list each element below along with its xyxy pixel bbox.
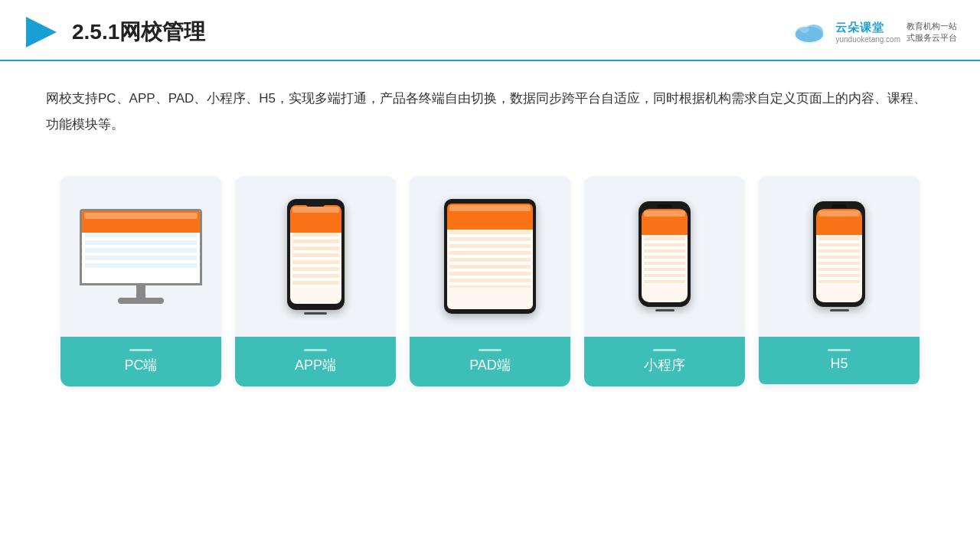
card-h5-label: H5 <box>759 337 920 384</box>
header-left: 2.5.1网校管理 <box>23 14 205 51</box>
logo-text-group: 云朵课堂 yunduoketang.com <box>835 21 900 44</box>
pc-monitor-icon <box>80 209 202 304</box>
card-app: APP端 <box>235 176 396 386</box>
logo-url: yunduoketang.com <box>835 35 900 44</box>
header: 2.5.1网校管理 云朵课堂 yunduoketang.com 教育机构一站式服… <box>0 0 980 61</box>
h5-phone-icon <box>813 201 865 311</box>
description-paragraph: 网校支持PC、APP、PAD、小程序、H5，实现多端打通，产品各终端自由切换，数… <box>46 86 934 138</box>
card-miniprogram-image <box>584 176 745 337</box>
logo-tagline: 教育机构一站式服务云平台 <box>906 21 957 44</box>
play-icon <box>23 14 60 51</box>
card-h5: H5 <box>759 176 920 386</box>
miniprogram-phone-icon <box>639 201 691 311</box>
card-pc-image <box>60 176 221 337</box>
logo-area: 云朵课堂 yunduoketang.com 教育机构一站式服务云平台 <box>789 18 957 47</box>
card-app-label: APP端 <box>235 337 396 386</box>
pad-tablet-icon <box>444 199 536 314</box>
description-text: 网校支持PC、APP、PAD、小程序、H5，实现多端打通，产品各终端自由切换，数… <box>0 61 980 153</box>
card-pad-label: PAD端 <box>410 337 570 386</box>
card-miniprogram: 小程序 <box>584 176 745 386</box>
svg-marker-0 <box>26 17 57 47</box>
cards-container: PC端 APP端 <box>0 161 980 402</box>
cloud-logo-icon <box>789 18 829 47</box>
card-pc-label: PC端 <box>60 337 221 386</box>
svg-point-5 <box>800 27 809 33</box>
card-miniprogram-label: 小程序 <box>584 337 745 386</box>
card-app-image <box>235 176 396 337</box>
logo-name: 云朵课堂 <box>835 21 900 35</box>
app-phone-icon <box>287 199 345 315</box>
svg-point-4 <box>795 27 823 42</box>
page-title: 2.5.1网校管理 <box>72 18 205 47</box>
card-pad: PAD端 <box>410 176 570 386</box>
card-pad-image <box>410 176 570 337</box>
card-h5-image <box>759 176 920 337</box>
card-pc: PC端 <box>60 176 221 386</box>
